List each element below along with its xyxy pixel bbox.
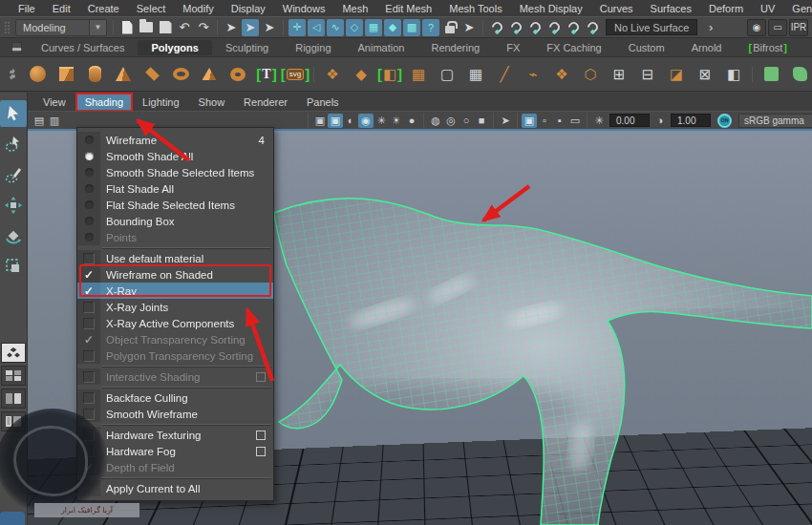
soft-select-box-icon[interactable]: ◆ <box>384 19 401 36</box>
option-box-icon[interactable] <box>256 447 266 456</box>
select-tool[interactable] <box>0 100 27 127</box>
shading-menu-item-smooth-shade-all[interactable]: Smooth Shade All <box>77 148 273 164</box>
symmetry-box-icon[interactable]: ◇ <box>346 19 363 36</box>
safe-title-icon[interactable]: ◉ <box>358 114 374 128</box>
layout-four-pane[interactable] <box>1 366 26 386</box>
field-chart-icon[interactable]: ▣ <box>328 114 343 128</box>
menu-surfaces[interactable]: Surfaces <box>642 3 700 14</box>
mash-network-icon[interactable] <box>757 60 785 89</box>
shelf-tab-rendering[interactable]: Rendering <box>417 40 493 55</box>
insert-edge-loop-icon[interactable]: ⊞ <box>605 60 633 89</box>
poly-plane-icon[interactable] <box>138 60 166 89</box>
isolate-select-icon[interactable]: ➤ <box>498 114 513 128</box>
motion-blur-icon[interactable]: ◎ <box>443 114 459 128</box>
toolbar-expand-icon[interactable]: › <box>702 19 719 36</box>
contrast-field[interactable]: 1.00 <box>671 114 711 127</box>
redo-icon[interactable]: ↷ <box>195 19 212 36</box>
gate-mask-icon[interactable]: ▣ <box>312 114 328 128</box>
paint-select-tool[interactable] <box>0 161 27 188</box>
shading-menu-item-object-transparency-sorting[interactable]: ✓Object Transparency Sorting <box>77 331 273 347</box>
poly-pyramid-icon[interactable] <box>195 60 224 89</box>
create-polygon-icon[interactable]: ❖ <box>547 60 576 89</box>
mash-editor-icon[interactable] <box>785 60 812 89</box>
shelf-tab-sculpting[interactable]: Sculpting <box>212 40 282 55</box>
svg-tool-icon[interactable]: svg <box>281 60 310 89</box>
menu-file[interactable]: File <box>10 3 44 14</box>
move-tool[interactable] <box>0 192 27 219</box>
menu-mesh[interactable]: Mesh <box>333 3 376 14</box>
image-plane-icon[interactable]: ▭ <box>567 114 583 128</box>
quick-help-icon[interactable]: ? <box>422 19 439 36</box>
shading-menu-item-points[interactable]: Points <box>77 229 273 245</box>
rotate-tool[interactable] <box>0 222 27 249</box>
menu-windows[interactable]: Windows <box>274 3 334 14</box>
frame-all-icon[interactable]: ✳ <box>374 114 389 128</box>
snap-grid-icon[interactable] <box>488 19 505 36</box>
film-gate-icon[interactable]: ▤ <box>32 114 47 128</box>
shading-menu-item-hardware-fog[interactable]: Hardware Fog <box>77 443 273 459</box>
toolbar-drag-handle[interactable] <box>4 21 11 34</box>
lasso-select-tool[interactable] <box>0 131 27 158</box>
snap-point-icon[interactable] <box>526 19 544 36</box>
curve-tool-box-icon[interactable]: ∿ <box>327 19 344 36</box>
grid-box-icon[interactable]: ▦ <box>365 19 382 36</box>
texture-box-icon[interactable]: ▩ <box>403 19 420 36</box>
scale-tool[interactable] <box>0 253 27 280</box>
layout-single-pane[interactable] <box>1 343 26 363</box>
shelf-gear-icon[interactable] <box>10 69 15 80</box>
lighting-icon[interactable]: ☀ <box>389 114 404 128</box>
shading-menu-item-x-ray[interactable]: ✓X-Ray <box>77 283 273 299</box>
shading-menu-item-use-default-material[interactable]: Use default material <box>77 250 273 266</box>
menu-mesh-display[interactable]: Mesh Display <box>511 3 591 14</box>
shading-menu-item-x-ray-joints[interactable]: X-Ray Joints <box>77 299 273 315</box>
wireframe-on-shaded-icon[interactable]: ▣ <box>522 114 537 128</box>
highlight-selection-icon[interactable]: ➤ <box>460 19 478 36</box>
shading-menu-item-depth-of-field[interactable]: ✓Depth of Field <box>77 459 273 475</box>
shading-menu-item-x-ray-active-components[interactable]: X-Ray Active Components <box>77 315 273 331</box>
poly-text-icon[interactable]: T <box>252 60 281 89</box>
option-box-icon[interactable] <box>256 372 266 382</box>
shelf-tab-polygons[interactable]: Polygons <box>138 40 212 55</box>
shading-menu-item-smooth-wireframe[interactable]: Smooth Wireframe <box>77 406 273 422</box>
panel-menu-renderer[interactable]: Renderer <box>236 94 295 110</box>
panel-menu-lighting[interactable]: Lighting <box>135 94 187 110</box>
render-frame-icon[interactable]: ▭ <box>768 19 787 36</box>
menu-deform[interactable]: Deform <box>700 3 752 14</box>
shading-menu-item-wireframe-on-shaded[interactable]: ✓Wireframe on Shaded <box>77 266 273 283</box>
undo-icon[interactable]: ↶ <box>176 19 193 36</box>
menu-edit[interactable]: Edit <box>44 3 79 14</box>
snap-view-plane-icon[interactable] <box>565 19 582 36</box>
fog-icon[interactable]: ■ <box>474 114 489 128</box>
combine-icon[interactable]: ❖ <box>318 60 347 89</box>
ipr-render-icon[interactable]: IPR <box>789 19 808 36</box>
open-scene-icon[interactable] <box>138 19 155 36</box>
new-scene-icon[interactable] <box>118 19 136 36</box>
shading-menu-item-flat-shade-selected-items[interactable]: Flat Shade Selected Items <box>77 197 273 213</box>
bridge-icon[interactable]: ⊠ <box>691 60 719 89</box>
joint-tool-box-icon[interactable]: ◁ <box>308 19 325 36</box>
menu-display[interactable]: Display <box>223 3 274 14</box>
menu-uv[interactable]: UV <box>752 3 783 14</box>
render-view-icon[interactable]: ◉ <box>747 19 766 36</box>
anti-aliasing-icon[interactable]: ○ <box>459 114 474 128</box>
exposure-icon[interactable]: ✳ <box>591 114 607 128</box>
select-hierarchy-icon[interactable]: ➤ <box>223 19 240 36</box>
resolution-gate-icon[interactable]: ▥ <box>47 114 62 128</box>
shading-menu-item-apply-current-to-all[interactable]: Apply Current to All <box>77 480 273 496</box>
lock-selection-icon[interactable] <box>441 19 459 36</box>
layout-two-pane[interactable] <box>1 388 26 409</box>
default-material-icon[interactable]: ▪ <box>552 114 567 128</box>
menu-generate[interactable]: Generate <box>783 3 812 14</box>
panel-menu-view[interactable]: View <box>35 94 74 110</box>
shadows-icon[interactable]: ● <box>404 114 419 128</box>
poly-torus-icon[interactable] <box>166 60 195 89</box>
shading-menu-item-backface-culling[interactable]: Backface Culling <box>77 389 273 406</box>
contrast-icon[interactable]: ◑ <box>652 114 668 128</box>
panel-menu-shading[interactable]: Shading <box>77 94 131 110</box>
duplicate-face-icon[interactable]: ◧ <box>375 60 404 89</box>
poly-cone-icon[interactable] <box>109 60 138 89</box>
menu-set-selector[interactable]: Modeling ▼ <box>15 19 107 36</box>
chevron-down-icon[interactable]: ▼ <box>89 20 106 35</box>
shelf-tab-custom[interactable]: Custom <box>615 40 678 55</box>
menu-modify[interactable]: Modify <box>174 3 222 14</box>
